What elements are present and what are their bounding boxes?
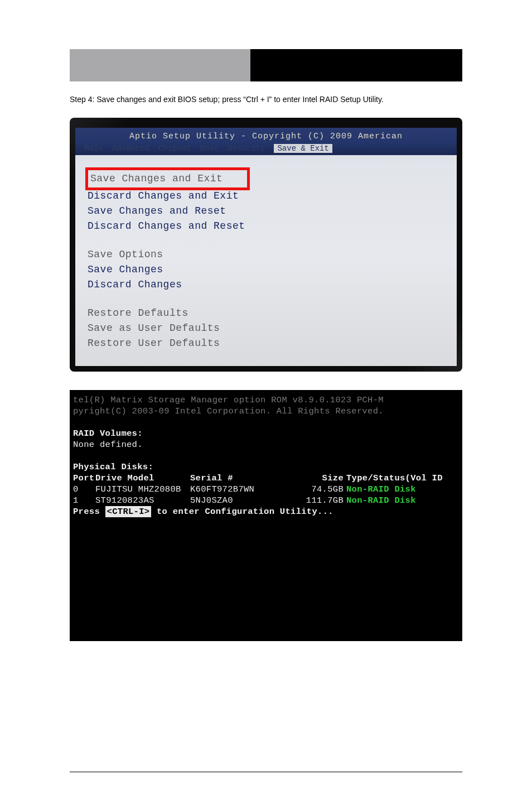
bios-item: Restore User Defaults — [88, 338, 220, 349]
bios-item: Save Changes and Reset — [88, 205, 226, 216]
col-port: Port — [73, 473, 95, 484]
rom-title-2: pyright(C) 2003-09 Intel Corporation. Al… — [73, 406, 461, 417]
header-left — [70, 49, 250, 81]
bios-tab-active: Save & Exit — [274, 144, 332, 153]
col-serial: Serial # — [190, 473, 299, 484]
col-status: Type/Status(Vol ID — [344, 473, 443, 484]
disk-size: 74.5GB — [299, 484, 344, 495]
disk-model: ST9120823AS — [95, 495, 190, 506]
bios-item: Discard Changes and Reset — [88, 220, 245, 232]
bios-title: Aptio Setup Utility - Copyright (C) 2009… — [75, 128, 457, 143]
rom-press-line: Press <CTRL-I> to enter Configuration Ut… — [73, 506, 461, 517]
bios-menubar: Main Advanced Chipset Boot Security Save… — [75, 143, 457, 155]
bios-tab: Security — [228, 144, 265, 153]
col-model: Drive Model — [95, 473, 190, 484]
disk-status: Non-RAID Disk — [344, 495, 416, 506]
optionrom-screenshot: tel(R) Matrix Storage Manager option ROM… — [70, 390, 462, 641]
disk-serial: K60FT972B7WN — [190, 484, 299, 495]
step-suffix: to enter Intel RAID Setup Utility. — [272, 95, 384, 104]
bios-tab: Advanced — [112, 144, 149, 153]
press-prefix: Press — [73, 506, 105, 517]
rom-phys-heading: Physical Disks: — [73, 461, 461, 473]
disk-size: 111.7GB — [299, 495, 344, 506]
disk-port: 0 — [73, 484, 95, 495]
rom-disk-row: 1 ST9120823AS 5NJ0SZA0 111.7GB Non-RAID … — [73, 495, 461, 506]
disk-port: 1 — [73, 495, 95, 506]
bios-inner: Aptio Setup Utility - Copyright (C) 2009… — [75, 128, 457, 366]
col-size: Size — [299, 473, 344, 484]
bios-tab: Chipset — [158, 144, 191, 153]
header-right — [250, 49, 462, 81]
bios-tab: Boot — [200, 144, 219, 153]
bios-screenshot: Aptio Setup Utility - Copyright (C) 2009… — [70, 118, 462, 372]
step-key: Ctrl + I — [246, 95, 269, 104]
rom-disk-row: 0 FUJITSU MHZ2080B K60FT972B7WN 74.5GB N… — [73, 484, 461, 495]
rom-raid-status: None defined. — [73, 439, 461, 450]
rom-title-1: tel(R) Matrix Storage Manager option ROM… — [73, 394, 461, 406]
rom-raid-heading: RAID Volumes: — [73, 428, 461, 439]
disk-model: FUJITSU MHZ2080B — [95, 484, 190, 495]
bios-item: Restore Defaults — [88, 307, 188, 319]
rom-column-headers: Port Drive Model Serial # Size Type/Stat… — [73, 473, 461, 484]
bios-item: Discard Changes and Exit — [88, 190, 239, 201]
footer-rule — [70, 772, 462, 772]
bios-body: Save Changes and Exit Discard Changes an… — [75, 155, 457, 366]
bios-item: Discard Changes — [88, 279, 182, 290]
step-prefix: Step 4: Save changes and exit BIOS setup… — [70, 95, 243, 104]
bios-group-heading: Save Options — [88, 249, 163, 260]
disk-serial: 5NJ0SZA0 — [190, 495, 299, 506]
chapter-header — [70, 49, 462, 81]
disk-status: Non-RAID Disk — [344, 484, 416, 495]
bios-item: Save Changes — [88, 264, 163, 275]
bios-item: Save as User Defaults — [88, 323, 220, 334]
press-suffix: to enter Configuration Utility... — [151, 506, 333, 517]
bios-tab: Main — [84, 144, 103, 153]
step-instruction: Step 4: Save changes and exit BIOS setup… — [70, 94, 462, 105]
press-key: <CTRL-I> — [105, 506, 152, 517]
bios-item-selected: Save Changes and Exit — [85, 167, 250, 190]
